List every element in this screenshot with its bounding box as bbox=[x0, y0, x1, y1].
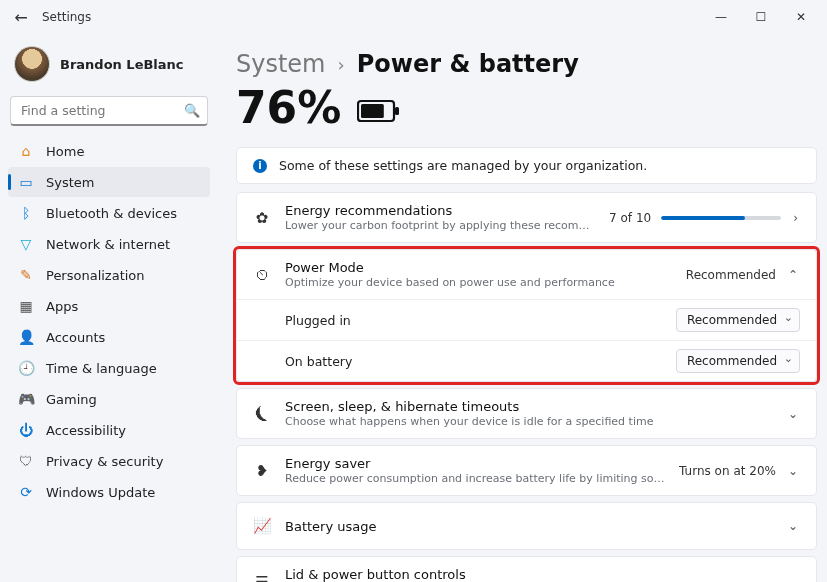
close-button[interactable]: ✕ bbox=[781, 3, 821, 31]
chevron-down-icon: ⌄ bbox=[786, 575, 800, 583]
svg-rect-2 bbox=[361, 104, 384, 118]
sidebar-item-home[interactable]: ⌂Home bbox=[8, 136, 210, 166]
brush-icon: ✎ bbox=[18, 267, 34, 283]
content-area: System › Power & battery 76% i Some of t… bbox=[218, 34, 827, 582]
system-icon: ▭ bbox=[18, 174, 34, 190]
slider-icon: ☰ bbox=[253, 573, 271, 583]
sidebar-item-system[interactable]: ▭System bbox=[8, 167, 210, 197]
sidebar-item-accessibility[interactable]: ⏻Accessibility bbox=[8, 415, 210, 445]
sidebar-item-bluetooth[interactable]: ᛒBluetooth & devices bbox=[8, 198, 210, 228]
svg-rect-1 bbox=[395, 107, 399, 115]
battery-usage-row[interactable]: 📈 Battery usage ⌄ bbox=[236, 502, 817, 550]
sleep-icon: ⏾ bbox=[253, 405, 271, 423]
leaf-icon: ✿ bbox=[253, 209, 271, 227]
shield-icon: 🛡 bbox=[18, 453, 34, 469]
gauge-icon: ⏲ bbox=[253, 266, 271, 284]
chart-icon: 📈 bbox=[253, 517, 271, 535]
energy-saver-status: Turns on at 20% bbox=[679, 464, 776, 478]
row-title: Energy saver bbox=[285, 456, 665, 471]
row-subtitle: Lower your carbon footprint by applying … bbox=[285, 219, 595, 232]
chevron-down-icon: ⌄ bbox=[786, 519, 800, 533]
search-input[interactable] bbox=[10, 96, 208, 126]
search-icon: 🔍 bbox=[184, 103, 200, 118]
row-title: Battery usage bbox=[285, 519, 772, 534]
sidebar-item-label: Windows Update bbox=[46, 485, 155, 500]
info-icon: i bbox=[253, 159, 267, 173]
power-mode-card: ⏲ Power Mode Optimize your device based … bbox=[236, 249, 817, 382]
lid-power-row[interactable]: ☰ Lid & power button controls Choose wha… bbox=[236, 556, 817, 582]
back-button[interactable]: ← bbox=[6, 8, 36, 27]
on-battery-dropdown[interactable]: Recommended bbox=[676, 349, 800, 373]
annotation-highlight: ⏲ Power Mode Optimize your device based … bbox=[236, 249, 817, 382]
sidebar-item-update[interactable]: ⟳Windows Update bbox=[8, 477, 210, 507]
breadcrumb: System › Power & battery bbox=[236, 50, 817, 78]
battery-level-row: 76% bbox=[236, 82, 817, 133]
sidebar-item-label: Apps bbox=[46, 299, 78, 314]
title-bar: ← Settings — ☐ ✕ bbox=[0, 0, 827, 34]
search-container: 🔍 bbox=[10, 96, 208, 126]
minimize-button[interactable]: — bbox=[701, 3, 741, 31]
energy-count: 7 of 10 bbox=[609, 211, 651, 225]
org-managed-banner: i Some of these settings are managed by … bbox=[236, 147, 817, 184]
page-title: Power & battery bbox=[357, 50, 579, 78]
sidebar-item-label: Home bbox=[46, 144, 84, 159]
home-icon: ⌂ bbox=[18, 143, 34, 159]
bluetooth-icon: ᛒ bbox=[18, 205, 34, 221]
sidebar-item-gaming[interactable]: 🎮Gaming bbox=[8, 384, 210, 414]
clock-icon: 🕘 bbox=[18, 360, 34, 376]
avatar bbox=[14, 46, 50, 82]
row-title: Power Mode bbox=[285, 260, 672, 275]
power-mode-status: Recommended bbox=[686, 268, 776, 282]
on-battery-row: On battery Recommended bbox=[237, 340, 816, 381]
update-icon: ⟳ bbox=[18, 484, 34, 500]
profile-name: Brandon LeBlanc bbox=[60, 57, 184, 72]
banner-text: Some of these settings are managed by yo… bbox=[279, 158, 647, 173]
maximize-button[interactable]: ☐ bbox=[741, 3, 781, 31]
heart-leaf-icon: ❥ bbox=[253, 462, 271, 480]
chevron-down-icon: ⌄ bbox=[786, 407, 800, 421]
sidebar-item-label: Gaming bbox=[46, 392, 97, 407]
row-subtitle: Choose what happens when your device is … bbox=[285, 415, 772, 428]
chevron-up-icon: ⌃ bbox=[786, 268, 800, 282]
wifi-icon: ▽ bbox=[18, 236, 34, 252]
sidebar-item-accounts[interactable]: 👤Accounts bbox=[8, 322, 210, 352]
row-title: Screen, sleep, & hibernate timeouts bbox=[285, 399, 772, 414]
window-title: Settings bbox=[42, 10, 701, 24]
energy-progress bbox=[661, 216, 781, 220]
plugged-in-row: Plugged in Recommended bbox=[237, 299, 816, 340]
sidebar-item-label: Network & internet bbox=[46, 237, 170, 252]
sidebar-item-label: Accounts bbox=[46, 330, 105, 345]
row-subtitle: Optimize your device based on power use … bbox=[285, 276, 672, 289]
sidebar-item-label: Accessibility bbox=[46, 423, 126, 438]
profile-block[interactable]: Brandon LeBlanc bbox=[8, 40, 210, 96]
sidebar-item-label: Time & language bbox=[46, 361, 157, 376]
battery-icon bbox=[357, 99, 401, 123]
sidebar-item-privacy[interactable]: 🛡Privacy & security bbox=[8, 446, 210, 476]
sidebar: Brandon LeBlanc 🔍 ⌂Home ▭System ᛒBluetoo… bbox=[0, 34, 218, 582]
apps-icon: ▦ bbox=[18, 298, 34, 314]
sidebar-item-label: Bluetooth & devices bbox=[46, 206, 177, 221]
chevron-right-icon: › bbox=[338, 54, 345, 75]
sidebar-item-network[interactable]: ▽Network & internet bbox=[8, 229, 210, 259]
plugged-in-label: Plugged in bbox=[285, 313, 662, 328]
power-mode-header-row[interactable]: ⏲ Power Mode Optimize your device based … bbox=[237, 250, 816, 299]
row-title: Lid & power button controls bbox=[285, 567, 772, 582]
breadcrumb-parent[interactable]: System bbox=[236, 50, 326, 78]
sidebar-item-label: System bbox=[46, 175, 94, 190]
sidebar-item-personalization[interactable]: ✎Personalization bbox=[8, 260, 210, 290]
energy-saver-row[interactable]: ❥ Energy saver Reduce power consumption … bbox=[236, 445, 817, 496]
sidebar-item-label: Personalization bbox=[46, 268, 145, 283]
sidebar-item-time[interactable]: 🕘Time & language bbox=[8, 353, 210, 383]
energy-recommendations-row[interactable]: ✿ Energy recommendations Lower your carb… bbox=[236, 192, 817, 243]
sidebar-item-label: Privacy & security bbox=[46, 454, 163, 469]
accessibility-icon: ⏻ bbox=[18, 422, 34, 438]
plugged-in-dropdown[interactable]: Recommended bbox=[676, 308, 800, 332]
chevron-right-icon: › bbox=[791, 211, 800, 225]
screen-sleep-row[interactable]: ⏾ Screen, sleep, & hibernate timeouts Ch… bbox=[236, 388, 817, 439]
on-battery-label: On battery bbox=[285, 354, 662, 369]
row-title: Energy recommendations bbox=[285, 203, 595, 218]
nav-list: ⌂Home ▭System ᛒBluetooth & devices ▽Netw… bbox=[8, 136, 210, 507]
chevron-down-icon: ⌄ bbox=[786, 464, 800, 478]
gaming-icon: 🎮 bbox=[18, 391, 34, 407]
sidebar-item-apps[interactable]: ▦Apps bbox=[8, 291, 210, 321]
